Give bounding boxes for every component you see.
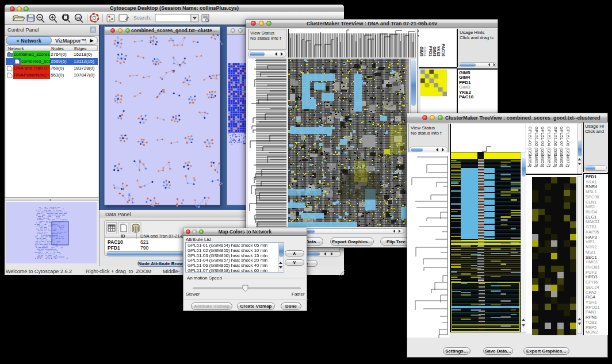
svg-text:GPL51-01 (GSM854): GPL51-01 (GSM854) (527, 127, 533, 167)
svg-text:GPL51-06 (GSM865): GPL51-06 (GSM865) (553, 127, 558, 167)
svg-text:PFD1: PFD1 (429, 46, 433, 56)
svg-text:GPL51-02 (GSM855): GPL51-02 (GSM855) (534, 127, 539, 167)
svg-text:Search:: Search: (133, 15, 151, 21)
svg-text:GPL51-07 (GSM868): GPL51-07 (GSM868) (559, 127, 564, 167)
svg-text:GIM3: GIM3 (433, 47, 437, 56)
svg-text:GIM5: GIM5 (419, 47, 423, 56)
svg-text:GPL51-08 (GSM872): GPL51-08 (GSM872) (565, 127, 571, 167)
svg-text:GIM4: GIM4 (423, 47, 427, 56)
svg-text:YKE2: YKE2 (437, 46, 441, 56)
svg-text:GPL51-03 (GSM856): GPL51-03 (GSM856) (540, 127, 545, 167)
svg-text:GPL51-04 (GSM857): GPL51-04 (GSM857) (546, 127, 552, 167)
svg-text:1:1: 1:1 (76, 16, 81, 20)
svg-text:PAC10: PAC10 (441, 44, 445, 56)
